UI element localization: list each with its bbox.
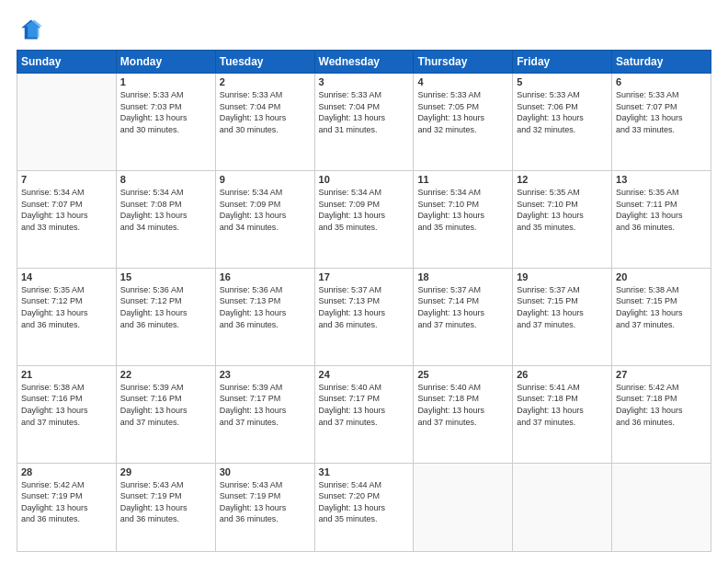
calendar-cell: 29Sunrise: 5:43 AM Sunset: 7:19 PM Dayli… <box>116 463 215 551</box>
day-info: Sunrise: 5:33 AM Sunset: 7:04 PM Dayligh… <box>220 89 311 135</box>
day-info: Sunrise: 5:42 AM Sunset: 7:19 PM Dayligh… <box>21 479 112 525</box>
day-number: 25 <box>417 369 508 380</box>
calendar-weekday-monday: Monday <box>116 51 215 74</box>
day-info: Sunrise: 5:35 AM Sunset: 7:10 PM Dayligh… <box>517 187 608 233</box>
logo <box>17 17 46 42</box>
day-info: Sunrise: 5:33 AM Sunset: 7:07 PM Dayligh… <box>616 89 707 135</box>
day-number: 16 <box>220 271 311 282</box>
calendar-weekday-friday: Friday <box>513 51 612 74</box>
calendar-cell: 22Sunrise: 5:39 AM Sunset: 7:16 PM Dayli… <box>116 365 215 463</box>
calendar-cell <box>17 74 117 171</box>
day-number: 8 <box>120 174 211 185</box>
calendar-week-3: 14Sunrise: 5:35 AM Sunset: 7:12 PM Dayli… <box>17 268 711 365</box>
calendar-cell: 19Sunrise: 5:37 AM Sunset: 7:15 PM Dayli… <box>513 268 612 365</box>
calendar-cell: 2Sunrise: 5:33 AM Sunset: 7:04 PM Daylig… <box>215 74 314 171</box>
calendar-cell: 18Sunrise: 5:37 AM Sunset: 7:14 PM Dayli… <box>414 268 513 365</box>
day-number: 27 <box>616 369 707 380</box>
day-number: 5 <box>517 76 608 87</box>
calendar-cell: 1Sunrise: 5:33 AM Sunset: 7:03 PM Daylig… <box>116 74 215 171</box>
calendar-week-4: 21Sunrise: 5:38 AM Sunset: 7:16 PM Dayli… <box>17 365 711 463</box>
calendar-cell: 4Sunrise: 5:33 AM Sunset: 7:05 PM Daylig… <box>414 74 513 171</box>
calendar-cell: 15Sunrise: 5:36 AM Sunset: 7:12 PM Dayli… <box>116 268 215 365</box>
day-info: Sunrise: 5:40 AM Sunset: 7:17 PM Dayligh… <box>319 382 410 428</box>
header <box>17 17 711 42</box>
calendar-weekday-wednesday: Wednesday <box>314 51 414 74</box>
calendar-cell: 5Sunrise: 5:33 AM Sunset: 7:06 PM Daylig… <box>513 74 612 171</box>
calendar-cell: 26Sunrise: 5:41 AM Sunset: 7:18 PM Dayli… <box>513 365 612 463</box>
calendar-cell: 24Sunrise: 5:40 AM Sunset: 7:17 PM Dayli… <box>314 365 414 463</box>
day-number: 20 <box>616 271 707 282</box>
day-number: 6 <box>616 76 707 87</box>
calendar-cell: 27Sunrise: 5:42 AM Sunset: 7:18 PM Dayli… <box>612 365 711 463</box>
calendar-week-5: 28Sunrise: 5:42 AM Sunset: 7:19 PM Dayli… <box>17 463 711 551</box>
calendar-cell: 23Sunrise: 5:39 AM Sunset: 7:17 PM Dayli… <box>215 365 314 463</box>
day-info: Sunrise: 5:37 AM Sunset: 7:15 PM Dayligh… <box>517 284 608 330</box>
day-info: Sunrise: 5:36 AM Sunset: 7:12 PM Dayligh… <box>120 284 211 330</box>
day-info: Sunrise: 5:34 AM Sunset: 7:07 PM Dayligh… <box>21 187 112 233</box>
day-info: Sunrise: 5:42 AM Sunset: 7:18 PM Dayligh… <box>616 382 707 428</box>
day-info: Sunrise: 5:37 AM Sunset: 7:13 PM Dayligh… <box>319 284 410 330</box>
day-number: 14 <box>21 271 112 282</box>
day-number: 18 <box>417 271 508 282</box>
calendar-week-1: 1Sunrise: 5:33 AM Sunset: 7:03 PM Daylig… <box>17 74 711 171</box>
day-number: 31 <box>319 466 410 477</box>
day-number: 11 <box>417 174 508 185</box>
day-number: 29 <box>120 466 211 477</box>
calendar-body: 1Sunrise: 5:33 AM Sunset: 7:03 PM Daylig… <box>17 74 711 552</box>
day-info: Sunrise: 5:34 AM Sunset: 7:09 PM Dayligh… <box>220 187 311 233</box>
calendar-cell: 28Sunrise: 5:42 AM Sunset: 7:19 PM Dayli… <box>17 463 117 551</box>
day-number: 30 <box>220 466 311 477</box>
day-number: 15 <box>120 271 211 282</box>
day-info: Sunrise: 5:43 AM Sunset: 7:19 PM Dayligh… <box>220 479 311 525</box>
calendar-cell: 7Sunrise: 5:34 AM Sunset: 7:07 PM Daylig… <box>17 170 117 268</box>
day-number: 26 <box>517 369 608 380</box>
day-number: 9 <box>220 174 311 185</box>
day-number: 4 <box>417 76 508 87</box>
calendar-table: SundayMondayTuesdayWednesdayThursdayFrid… <box>17 50 711 552</box>
day-number: 10 <box>319 174 410 185</box>
day-number: 24 <box>319 369 410 380</box>
day-number: 21 <box>21 369 112 380</box>
logo-icon <box>17 17 42 42</box>
day-info: Sunrise: 5:38 AM Sunset: 7:15 PM Dayligh… <box>616 284 707 330</box>
calendar-weekday-sunday: Sunday <box>17 51 117 74</box>
day-info: Sunrise: 5:43 AM Sunset: 7:19 PM Dayligh… <box>120 479 211 525</box>
calendar-header-row: SundayMondayTuesdayWednesdayThursdayFrid… <box>17 51 711 74</box>
calendar-cell: 14Sunrise: 5:35 AM Sunset: 7:12 PM Dayli… <box>17 268 117 365</box>
calendar-week-2: 7Sunrise: 5:34 AM Sunset: 7:07 PM Daylig… <box>17 170 711 268</box>
day-info: Sunrise: 5:34 AM Sunset: 7:09 PM Dayligh… <box>319 187 410 233</box>
day-number: 22 <box>120 369 211 380</box>
calendar-cell: 12Sunrise: 5:35 AM Sunset: 7:10 PM Dayli… <box>513 170 612 268</box>
day-info: Sunrise: 5:40 AM Sunset: 7:18 PM Dayligh… <box>417 382 508 428</box>
calendar-weekday-thursday: Thursday <box>414 51 513 74</box>
calendar-cell <box>513 463 612 551</box>
day-number: 12 <box>517 174 608 185</box>
day-number: 3 <box>319 76 410 87</box>
day-info: Sunrise: 5:38 AM Sunset: 7:16 PM Dayligh… <box>21 382 112 428</box>
day-info: Sunrise: 5:39 AM Sunset: 7:17 PM Dayligh… <box>220 382 311 428</box>
calendar-cell: 30Sunrise: 5:43 AM Sunset: 7:19 PM Dayli… <box>215 463 314 551</box>
day-info: Sunrise: 5:35 AM Sunset: 7:11 PM Dayligh… <box>616 187 707 233</box>
day-number: 2 <box>220 76 311 87</box>
calendar-cell <box>414 463 513 551</box>
day-number: 28 <box>21 466 112 477</box>
day-info: Sunrise: 5:37 AM Sunset: 7:14 PM Dayligh… <box>417 284 508 330</box>
day-info: Sunrise: 5:34 AM Sunset: 7:08 PM Dayligh… <box>120 187 211 233</box>
calendar-cell: 16Sunrise: 5:36 AM Sunset: 7:13 PM Dayli… <box>215 268 314 365</box>
calendar-cell: 10Sunrise: 5:34 AM Sunset: 7:09 PM Dayli… <box>314 170 414 268</box>
calendar-cell <box>612 463 711 551</box>
calendar-cell: 11Sunrise: 5:34 AM Sunset: 7:10 PM Dayli… <box>414 170 513 268</box>
calendar-cell: 8Sunrise: 5:34 AM Sunset: 7:08 PM Daylig… <box>116 170 215 268</box>
day-info: Sunrise: 5:41 AM Sunset: 7:18 PM Dayligh… <box>517 382 608 428</box>
calendar-cell: 3Sunrise: 5:33 AM Sunset: 7:04 PM Daylig… <box>314 74 414 171</box>
calendar-cell: 21Sunrise: 5:38 AM Sunset: 7:16 PM Dayli… <box>17 365 117 463</box>
calendar-cell: 20Sunrise: 5:38 AM Sunset: 7:15 PM Dayli… <box>612 268 711 365</box>
calendar-cell: 6Sunrise: 5:33 AM Sunset: 7:07 PM Daylig… <box>612 74 711 171</box>
day-number: 7 <box>21 174 112 185</box>
calendar-cell: 9Sunrise: 5:34 AM Sunset: 7:09 PM Daylig… <box>215 170 314 268</box>
day-number: 19 <box>517 271 608 282</box>
calendar-weekday-saturday: Saturday <box>612 51 711 74</box>
day-info: Sunrise: 5:35 AM Sunset: 7:12 PM Dayligh… <box>21 284 112 330</box>
day-info: Sunrise: 5:36 AM Sunset: 7:13 PM Dayligh… <box>220 284 311 330</box>
calendar-cell: 25Sunrise: 5:40 AM Sunset: 7:18 PM Dayli… <box>414 365 513 463</box>
